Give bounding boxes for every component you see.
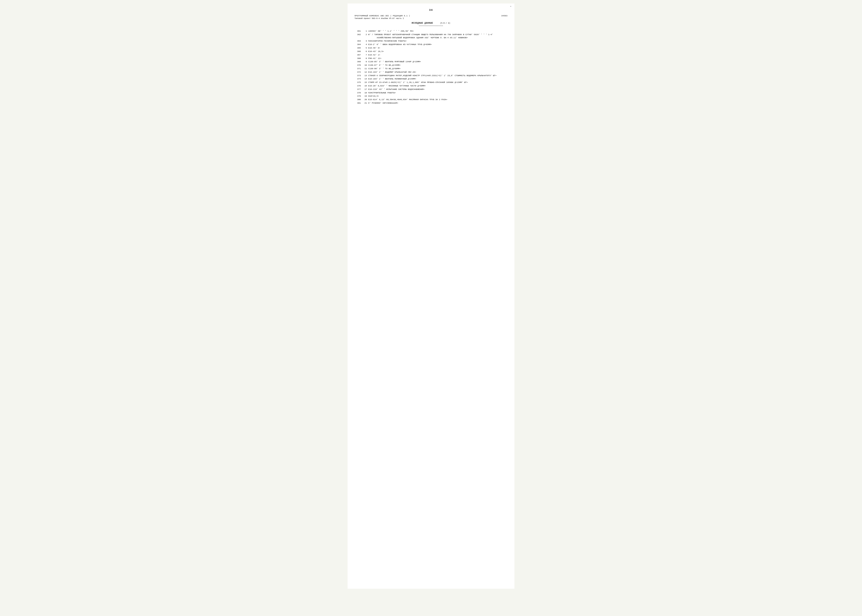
row-number: 362	[355, 33, 361, 39]
row-content: Е16-219' 43' ' ИСПЫТАНИЕ СИСТЕМЫ ВОДОСНА…	[367, 88, 507, 91]
row-number: 365	[355, 46, 361, 50]
row-number: 363	[355, 39, 361, 43]
row-content: Е16-20' 0,023' ' ФАСОННЫЕ ЧУГУННЫЕ ЧАСТИ…	[367, 84, 507, 88]
row-content: Н10=16,5•	[367, 94, 507, 98]
row-index: 17	[361, 88, 367, 91]
row-content: Р96-41' 12•	[367, 57, 507, 60]
row-index: 7	[361, 53, 367, 57]
table-row: 3699С130-85' 3' ' ВЕНТИЛЬ МУФТОВЫЙ 1348Р…	[355, 60, 507, 63]
table-row: 3677Е16-42' 1•	[355, 53, 507, 57]
table-row: 3633П2КСАНИТАРНО-ТЕХНИЧЕСКИЕ РАБОТЫ•	[355, 39, 507, 43]
row-number: 378	[355, 91, 361, 94]
row-content: СТИАОП К СБОРНИСРСЦИНА МАТЕР,ИЗДЕЛИЙ КОН…	[367, 74, 507, 77]
row-number: 380	[355, 98, 361, 101]
corner-mark: •	[510, 6, 511, 8]
row-content: Е16-43' 19,5•	[367, 50, 507, 53]
row-index: 9	[361, 60, 367, 63]
table-row: 38121К' РУАЕНКО' КИГАЧЕВААААМ•	[355, 101, 507, 105]
table-row: 37414Е16-183' 1' ' ВЕНТИЛЬ ПОЛИВОЧНЫЙ Д=…	[355, 77, 507, 81]
row-content: СТИПР-НТ 23-07иП.1-0025(=3)' 1' 1,20,1,0…	[367, 81, 507, 84]
table-row: 37212Е16-194' 1' ' ВОДОМЕР КРЫЛЬЧАТЫЙ УВ…	[355, 71, 507, 74]
table-row: 37111С130-90' 3' ' ТО ЖЕ,Д=50ММ•	[355, 67, 507, 71]
table-row: 37313СТИАОП К СБОРНИСРСЦИНА МАТЕР,ИЗДЕЛИ…	[355, 74, 507, 77]
row-content: Е16-46' 6•	[367, 46, 507, 50]
table-row: 3655Е16-46' 6•	[355, 46, 507, 50]
page-container: • 34 ПРОГРАММНЫЙ КОМПЛЕКС АВС-ЗЕС ( РЕДА…	[348, 3, 514, 589]
table-row: 37919Н10=16,5•	[355, 94, 507, 98]
section-params: (П.М.= 9)	[440, 22, 450, 24]
row-content: Е16-194' 1' ' ВОДОМЕР КРЫЛЬЧАТЫЙ УВУ-20•	[367, 71, 507, 74]
row-content: Е16-2' 8' ' ВВОА ВОДОПРОВОАА ИЗ ЧУГУННЫХ…	[367, 43, 507, 46]
row-number: 367	[355, 53, 361, 57]
row-number: 366	[355, 50, 361, 53]
row-index: 18	[361, 91, 367, 94]
table-row: 37515СТИПР-НТ 23-07иП.1-0025(=3)' 1' 1,2…	[355, 81, 507, 84]
table-row: 37818П2НСТРОИТЕЛЬНЫЕ РАБОТЫ•	[355, 91, 507, 94]
data-table: 3611э36593' Н8' ' ' 1.1' ' ' ' 296,58' М…	[355, 29, 507, 105]
row-number: 381	[355, 101, 361, 105]
header-project: Типовой проект 503-6-4 Альбом УП.87 част…	[355, 17, 507, 19]
table-row: 3688Р96-41' 12•	[355, 57, 507, 60]
row-index: 6	[361, 50, 367, 53]
table-row: 3644Е16-2' 8' ' ВВОА ВОДОПРОВОАА ИЗ ЧУГУ…	[355, 43, 507, 46]
row-index: 12	[361, 71, 367, 74]
row-index: 1	[361, 29, 367, 33]
row-number: 374	[355, 77, 361, 81]
row-number: 377	[355, 88, 361, 91]
row-index: 15	[361, 81, 367, 84]
header-program: ПРОГРАММНЫЙ КОМПЛЕКС АВС-ЗЕС ( РЕДАКЦИЯ …	[355, 15, 410, 17]
row-content: С130-85' 3' ' ВЕНТИЛЬ МУФТОВЫЙ 1348Р Д=1…	[367, 60, 507, 63]
row-index: 20	[361, 98, 367, 101]
table-row: 37010С130-87' 6' ' ТО ЖЕ,Д=25ММ•	[355, 63, 507, 67]
row-number: 373	[355, 74, 361, 77]
row-content: С130-90' 3' ' ТО ЖЕ,Д=50ММ•	[367, 67, 507, 71]
row-content: Ю' / ТИПОВОБ ПРОЕКТ АВТОЗАПРАВОЧНОЙ СТАН…	[367, 33, 507, 39]
row-index: 16	[361, 84, 367, 88]
row-index: 21	[361, 101, 367, 105]
page-number: 34	[355, 9, 507, 12]
section-underline: ====================	[355, 25, 507, 27]
row-content: П2НСТРОИТЕЛЬНЫЕ РАБОТЫ•	[367, 91, 507, 94]
header-line1: ПРОГРАММНЫЙ КОМПЛЕКС АВС-ЗЕС ( РЕДАКЦИЯ …	[355, 15, 507, 17]
row-content: С130-87' 6' ' ТО ЖЕ,Д=25ММ•	[367, 63, 507, 67]
section-title: ИСХОДНЫЕ ДАННЫЕ	[412, 22, 433, 24]
row-number: 371	[355, 67, 361, 71]
row-content: Е16-183' 1' ' ВЕНТИЛЬ ПОЛИВОЧНЫЙ Д=25ММ•	[367, 77, 507, 81]
row-number: 370	[355, 63, 361, 67]
row-content: Е15-614' 6,13' 60,50#38,40#0,03#' МАСЛЯН…	[367, 98, 507, 101]
row-number: 376	[355, 84, 361, 88]
row-index: 5	[361, 46, 367, 50]
row-number: 379	[355, 94, 361, 98]
row-number: 369	[355, 60, 361, 63]
row-number: 372	[355, 71, 361, 74]
row-number: 375	[355, 81, 361, 84]
table-row: 37717Е16-219' 43' ' ИСПЫТАНИЕ СИСТЕМЫ ВО…	[355, 88, 507, 91]
row-index: 19	[361, 94, 367, 98]
row-number: 364	[355, 43, 361, 46]
row-index: 11	[361, 67, 367, 71]
table-row: 38020Е15-614' 6,13' 60,50#38,40#0,03#' М…	[355, 98, 507, 101]
header-code: 34593	[501, 15, 507, 17]
table-row: 3666Е16-43' 19,5•	[355, 50, 507, 53]
row-index: 13	[361, 74, 367, 77]
row-index: 14	[361, 77, 367, 81]
row-content: э36593' Н8' ' ' 1.1' ' ' ' 296,58' М3•	[367, 29, 507, 33]
row-content: Е16-42' 1•	[367, 53, 507, 57]
row-index: 4	[361, 43, 367, 46]
row-content: К' РУАЕНКО' КИГАЧЕВААААМ•	[367, 101, 507, 105]
row-number: 368	[355, 57, 361, 60]
row-index: 10	[361, 63, 367, 67]
row-index: 2	[361, 33, 367, 39]
row-content: П2КСАНИТАРНО-ТЕХНИЧЕСКИЕ РАБОТЫ•	[367, 39, 507, 43]
table-row: 37616Е16-20' 0,023' ' ФАСОННЫЕ ЧУГУННЫЕ …	[355, 84, 507, 88]
row-index: 3	[361, 39, 367, 43]
row-number: 361	[355, 29, 361, 33]
table-row: 3611э36593' Н8' ' ' 1.1' ' ' ' 296,58' М…	[355, 29, 507, 33]
row-index: 8	[361, 57, 367, 60]
table-row: 3622Ю' / ТИПОВОБ ПРОЕКТ АВТОЗАПРАВОЧНОЙ …	[355, 33, 507, 39]
